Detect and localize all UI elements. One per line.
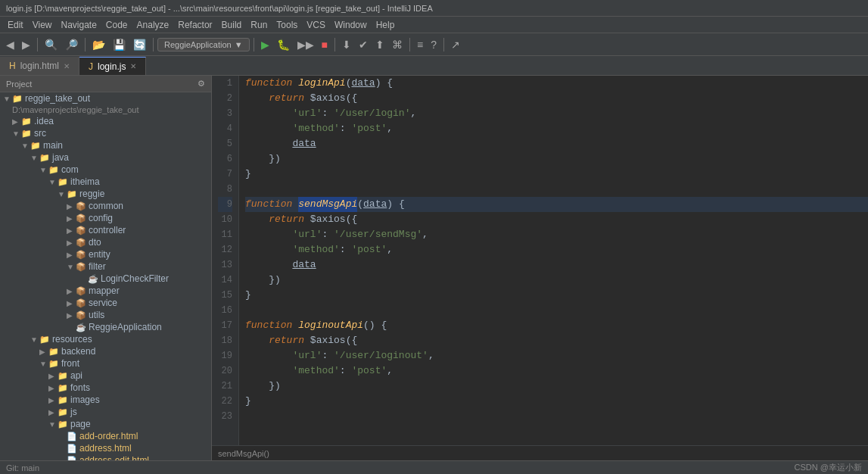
tree-java[interactable]: ▼ 📁 java [0, 151, 211, 164]
tree-utils-label: utils [89, 310, 104, 320]
tree-reggie-app[interactable]: ☕ ReggieApplication [0, 321, 211, 333]
tree-front[interactable]: ▼ 📁 front [0, 357, 211, 370]
sidebar-title: Project [6, 80, 32, 89]
menu-tools[interactable]: Tools [272, 18, 302, 32]
code-line-5: data [245, 136, 868, 151]
git-update-btn[interactable]: ⬇ [339, 37, 354, 52]
tree-com[interactable]: ▼ 📁 com [0, 164, 211, 176]
tree-arrow-idea: ▶ [12, 117, 21, 126]
str-post-12: 'post' [351, 242, 387, 257]
punc-12a: : [340, 242, 352, 257]
tree-arrow-images: ▶ [48, 396, 58, 404]
space-17 [292, 318, 298, 333]
share-btn[interactable]: ↗ [448, 37, 463, 52]
open-file-btn[interactable]: 📂 [89, 37, 108, 52]
menu-navigate[interactable]: Navigate [56, 18, 101, 32]
tree-address-edit[interactable]: 📄 address-edit.html [0, 454, 211, 460]
tree-add-order-label: add-order.html [79, 431, 138, 441]
forward-button[interactable]: ▶ [19, 37, 33, 52]
menu-help[interactable]: Help [372, 18, 400, 32]
menu-build[interactable]: Build [217, 18, 247, 32]
tree-page[interactable]: ▼ 📁 page [0, 418, 211, 430]
tree-config[interactable]: ▶ 📦 config [0, 212, 211, 224]
code-lines[interactable]: function loginApi ( data ) { return $axi… [239, 76, 868, 445]
menu-window[interactable]: Window [330, 18, 372, 32]
tree-address-label: address.html [79, 443, 132, 454]
tree-filter[interactable]: ▼ 📦 filter [0, 260, 211, 273]
run-button[interactable]: ▶ [258, 37, 272, 52]
menu-code[interactable]: Code [101, 18, 132, 32]
tree-fonts[interactable]: ▶ 📁 fonts [0, 382, 211, 394]
tree-idea[interactable]: ▶ 📁 .idea [0, 115, 211, 127]
front-folder-icon: 📁 [48, 359, 59, 369]
tab-login-html-close[interactable]: ✕ [64, 62, 70, 70]
tree-resources[interactable]: ▼ 📁 resources [0, 333, 211, 345]
menu-run[interactable]: Run [246, 18, 272, 32]
tree-dto[interactable]: ▶ 📦 dto [0, 236, 211, 248]
indent-14 [245, 273, 269, 288]
run-with-coverage-btn[interactable]: ▶▶ [294, 37, 317, 52]
tree-arrow-backend: ▶ [39, 348, 48, 356]
indent-3 [245, 106, 292, 121]
code-line-4: 'method' : 'post' , [245, 121, 868, 136]
editor-area: 1 2 3 4 5 6 7 8 9 10 11 12 13 14 15 16 1… [212, 76, 868, 460]
menu-refactor[interactable]: Refactor [173, 18, 216, 32]
menu-view[interactable]: View [28, 18, 57, 32]
filter-package-icon: 📦 [76, 262, 86, 272]
tree-service[interactable]: ▶ 📦 service [0, 297, 211, 309]
utils-package-icon: 📦 [76, 310, 86, 320]
tree-api[interactable]: ▶ 📁 api [0, 370, 211, 382]
add-order-icon: 📄 [67, 432, 77, 441]
tree-entity[interactable]: ▶ 📦 entity [0, 248, 211, 260]
terminal-btn[interactable]: ⌘ [389, 37, 406, 52]
str-val-11: '/user/sendMsg' [334, 227, 422, 242]
tree-src[interactable]: ▼ 📁 src [0, 127, 211, 139]
address-icon: 📄 [67, 444, 77, 454]
tree-login-check-filter[interactable]: ☕ LoginCheckFilter [0, 273, 211, 285]
sync-btn[interactable]: 🔄 [130, 37, 149, 52]
tree-reggie[interactable]: ▼ 📁 reggie [0, 188, 211, 200]
tree-api-label: api [70, 370, 82, 381]
service-package-icon: 📦 [76, 298, 86, 308]
itheima-folder-icon: 📁 [58, 177, 68, 187]
code-content[interactable]: 1 2 3 4 5 6 7 8 9 10 11 12 13 14 15 16 1… [212, 76, 868, 445]
tree-main[interactable]: ▼ 📁 main [0, 139, 211, 151]
git-push-btn[interactable]: ⬆ [372, 37, 387, 52]
tab-login-js-close[interactable]: ✕ [130, 62, 136, 70]
menu-edit[interactable]: Edit [3, 18, 28, 32]
code-line-3: 'url' : '/user/login' , [245, 106, 868, 121]
tree-itheima[interactable]: ▼ 📁 itheima [0, 176, 211, 188]
line-num-11: 11 [218, 227, 232, 242]
tree-itheima-label: itheima [70, 176, 100, 187]
search-everywhere-btn[interactable]: 🔍 [42, 37, 61, 52]
save-btn[interactable]: 💾 [110, 37, 129, 52]
help-btn[interactable]: ? [428, 37, 440, 52]
git-commit-btn[interactable]: ✔ [356, 37, 371, 52]
tree-backend[interactable]: ▶ 📁 backend [0, 345, 211, 357]
tree-utils[interactable]: ▶ 📦 utils [0, 309, 211, 321]
zoom-in-btn[interactable]: 🔎 [62, 37, 81, 52]
tree-mapper[interactable]: ▶ 📦 mapper [0, 285, 211, 297]
debug-button[interactable]: 🐛 [274, 37, 293, 52]
tree-controller[interactable]: ▶ 📦 controller [0, 224, 211, 236]
tree-filter-label: filter [89, 261, 106, 272]
structure-btn[interactable]: ≡ [414, 37, 426, 52]
menu-analyze[interactable]: Analyze [132, 18, 174, 32]
tree-address[interactable]: 📄 address.html [0, 442, 211, 454]
tree-add-order[interactable]: 📄 add-order.html [0, 430, 211, 442]
menu-vcs[interactable]: VCS [302, 18, 330, 32]
back-button[interactable]: ◀ [3, 37, 17, 52]
tree-root[interactable]: ▼ 📁 reggie_take_out [0, 92, 211, 104]
line-num-15: 15 [218, 288, 232, 303]
line-num-3: 3 [218, 106, 232, 121]
stop-button[interactable]: ■ [319, 37, 331, 52]
run-config-selector[interactable]: ReggieApplication ▼ [157, 38, 250, 51]
tree-images[interactable]: ▶ 📁 images [0, 394, 211, 406]
code-line-22: } [245, 394, 868, 409]
punc-15: } [245, 288, 251, 303]
tab-login-html[interactable]: H login.html ✕ [0, 57, 79, 75]
sidebar-gear-icon[interactable]: ⚙ [198, 79, 205, 89]
tree-common[interactable]: ▶ 📦 common [0, 200, 211, 212]
tab-login-js[interactable]: J login.js ✕ [79, 57, 146, 75]
tree-js[interactable]: ▶ 📁 js [0, 406, 211, 418]
